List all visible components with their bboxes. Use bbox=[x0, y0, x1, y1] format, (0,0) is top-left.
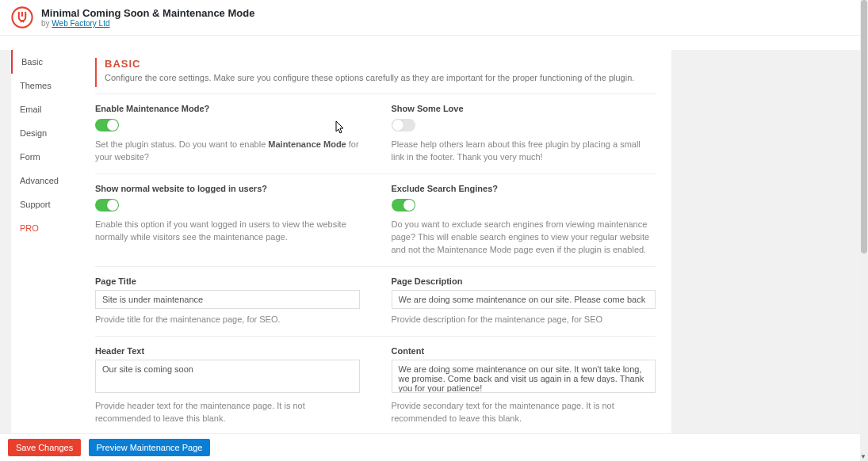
show-love-toggle[interactable] bbox=[392, 119, 415, 131]
exclude-se-help: Do you want to exclude search engines fr… bbox=[392, 219, 656, 257]
plugin-logo-icon bbox=[11, 6, 33, 29]
header-text-help: Provide header text for the maintenance … bbox=[95, 400, 360, 425]
page-title-input[interactable] bbox=[95, 290, 360, 309]
scrollbar-track[interactable] bbox=[860, 0, 868, 461]
page-desc-input[interactable] bbox=[392, 290, 656, 309]
svg-point-0 bbox=[12, 7, 32, 27]
content-help: Provide secondary text for the maintenan… bbox=[392, 400, 656, 425]
enable-maintenance-help: Set the plugin status. Do you want to en… bbox=[95, 139, 360, 164]
plugin-byline: by Web Factory Ltd bbox=[41, 19, 254, 28]
tab-themes[interactable]: Themes bbox=[11, 74, 86, 97]
panel-heading: BASIC bbox=[105, 58, 656, 70]
settings-tabs: Basic Themes Email Design Form Advanced … bbox=[11, 50, 86, 461]
plugin-header: Minimal Coming Soon & Maintenance Mode b… bbox=[0, 0, 860, 36]
header-text-label: Header Text bbox=[95, 346, 360, 356]
panel-desc: Configure the core settings. Make sure y… bbox=[105, 73, 656, 82]
tab-form[interactable]: Form bbox=[11, 145, 86, 169]
exclude-se-label: Exclude Search Engines? bbox=[392, 184, 656, 193]
save-button[interactable]: Save Changes bbox=[8, 439, 81, 456]
enable-maintenance-label: Enable Maintenance Mode? bbox=[95, 104, 360, 113]
tab-pro[interactable]: PRO bbox=[11, 216, 86, 240]
page-title-label: Page Title bbox=[95, 276, 360, 286]
page-desc-label: Page Description bbox=[392, 276, 656, 286]
author-link[interactable]: Web Factory Ltd bbox=[52, 19, 109, 28]
show-love-label: Show Some Love bbox=[392, 104, 656, 113]
tab-advanced[interactable]: Advanced bbox=[11, 169, 86, 192]
page-desc-help: Provide description for the maintenance … bbox=[392, 314, 656, 326]
plugin-title: Minimal Coming Soon & Maintenance Mode bbox=[41, 7, 254, 19]
preview-button[interactable]: Preview Maintenance Page bbox=[89, 439, 211, 456]
main-scroll-area[interactable]: Minimal Coming Soon & Maintenance Mode b… bbox=[0, 0, 860, 461]
enable-maintenance-toggle[interactable] bbox=[95, 119, 119, 131]
tab-email[interactable]: Email bbox=[11, 97, 86, 121]
tab-support[interactable]: Support bbox=[11, 192, 86, 216]
content-label: Content bbox=[392, 346, 656, 356]
tab-design[interactable]: Design bbox=[11, 121, 86, 145]
normal-logged-help: Enable this option if you want logged in… bbox=[95, 219, 360, 244]
exclude-se-toggle[interactable] bbox=[392, 199, 415, 211]
page-title-help: Provide title for the maintenance page, … bbox=[95, 314, 360, 326]
scrollbar-thumb[interactable] bbox=[861, 0, 867, 253]
header-text-input[interactable] bbox=[95, 360, 360, 393]
normal-logged-toggle[interactable] bbox=[95, 199, 119, 211]
show-love-help: Please help others learn about this free… bbox=[392, 139, 656, 164]
scroll-down-arrow-icon: ▼ bbox=[860, 453, 866, 460]
content-input[interactable] bbox=[392, 360, 656, 393]
footer-bar: Save Changes Preview Maintenance Page bbox=[0, 433, 860, 461]
tab-basic[interactable]: Basic bbox=[11, 50, 86, 74]
normal-logged-label: Show normal website to logged in users? bbox=[95, 184, 360, 193]
